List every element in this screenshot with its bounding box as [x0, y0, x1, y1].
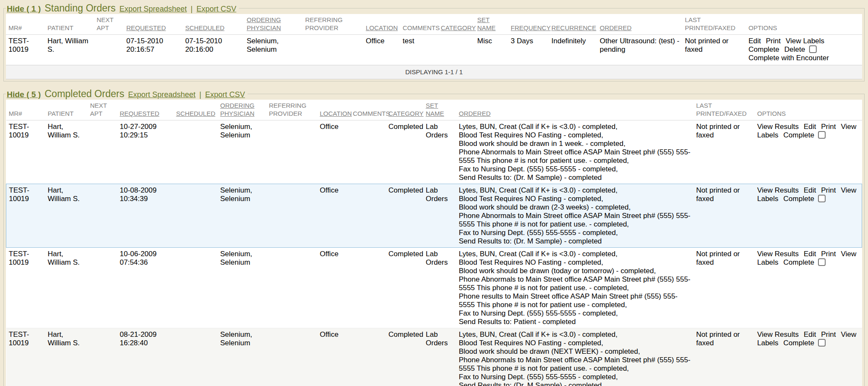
standing-section-title: Standing Orders	[45, 3, 115, 14]
cell-referring-provider	[304, 35, 365, 64]
completed-order-row-1: TEST-10019 Hart, William S. 10-27-2009 1…	[6, 120, 862, 184]
cell-scheduled	[175, 184, 220, 248]
cell-location: Office	[319, 328, 352, 386]
view-results-link[interactable]: View Results	[757, 250, 799, 258]
completed-orders-legend: Hide ( 5 ) Completed Orders Export Sprea…	[6, 88, 248, 100]
ordered-item: Phone Abnormals to Main Street office AS…	[459, 148, 692, 165]
cell-referring-provider	[268, 184, 319, 248]
edit-link[interactable]: Edit	[804, 123, 816, 131]
col-next-apt: NEXT APT	[96, 14, 125, 35]
cell-patient: Hart, William S.	[47, 184, 89, 248]
view-results-link[interactable]: View Results	[757, 123, 799, 131]
cell-referring-provider	[268, 120, 319, 184]
cell-patient: Hart, William S.	[47, 35, 96, 64]
cell-set-name: Misc	[476, 35, 510, 64]
col-scheduled-sort[interactable]: SCHEDULED	[184, 14, 246, 35]
cell-ordered: Lytes, BUN, Creat (Call if K+ is <3.0) -…	[458, 120, 696, 184]
cell-referring-provider	[268, 248, 319, 328]
col-last-printed-faxed: LAST PRINTED/FAXED	[696, 100, 757, 120]
col-set-name-sort[interactable]: SET NAME	[476, 14, 510, 35]
cell-category: Completed	[388, 184, 425, 248]
print-link[interactable]: Print	[821, 123, 836, 131]
cell-requested: 10-27-2009 10:29:15	[119, 120, 175, 184]
standing-export-spreadsheet-link[interactable]: Export Spreadsheet	[120, 5, 187, 14]
col-frequency-sort[interactable]: FREQUENCY	[510, 14, 551, 35]
cell-ordering-physician: Selenium, Selenium	[220, 248, 268, 328]
edit-link[interactable]: Edit	[804, 250, 816, 258]
cell-comments	[352, 248, 388, 328]
col-scheduled-sort[interactable]: SCHEDULED	[175, 100, 220, 120]
ordered-item: Send Results to: Patient - completed	[459, 318, 692, 326]
completed-order-checkbox[interactable]	[818, 195, 826, 202]
cell-last-printed-faxed: Not printed or faxed	[684, 35, 748, 64]
col-mr: MR#	[6, 100, 47, 120]
completed-order-checkbox[interactable]	[818, 131, 826, 139]
cell-next-apt	[89, 328, 119, 386]
cell-next-apt	[96, 35, 125, 64]
complete-link[interactable]: Complete	[783, 195, 814, 203]
edit-link[interactable]: Edit	[748, 37, 761, 45]
cell-next-apt	[89, 248, 119, 328]
cell-requested: 10-06-2009 07:54:36	[119, 248, 175, 328]
col-category-sort[interactable]: CATEGORY	[388, 100, 425, 120]
edit-link[interactable]: Edit	[804, 186, 816, 194]
col-requested-sort[interactable]: REQUESTED	[125, 14, 184, 35]
view-results-link[interactable]: View Results	[757, 330, 799, 338]
cell-location: Office	[319, 120, 352, 184]
complete-with-encounter-link[interactable]: Complete with Encounter	[748, 54, 856, 62]
view-labels-link[interactable]: View Labels	[786, 37, 824, 45]
print-link[interactable]: Print	[821, 186, 836, 194]
col-comments: COMMENTS	[352, 100, 388, 120]
cell-scheduled: 07-15-2010 20:16:00	[184, 35, 246, 64]
cell-scheduled	[175, 120, 220, 184]
complete-link[interactable]: Complete	[748, 45, 779, 53]
standing-order-checkbox[interactable]	[809, 45, 817, 53]
col-requested-sort[interactable]: REQUESTED	[119, 100, 175, 120]
ordered-item: Blood work should be drawn (today or tom…	[459, 267, 692, 275]
completed-order-row-4: TEST-10019 Hart, William S. 08-21-2009 1…	[6, 328, 862, 386]
view-results-link[interactable]: View Results	[757, 186, 799, 194]
ordered-item: Send Results to: (Dr. M Sample) - comple…	[459, 381, 692, 386]
ordered-item: Blood work should be drawn in 1 week. - …	[459, 140, 692, 148]
cell-set-name: Lab Orders	[425, 328, 458, 386]
cell-mr: TEST-10019	[6, 35, 47, 64]
standing-hide-toggle[interactable]: Hide ( 1 )	[7, 4, 41, 14]
col-ordering-physician-sort[interactable]: ORDERING PHYSICIAN	[246, 14, 304, 35]
completed-export-spreadsheet-link[interactable]: Export Spreadsheet	[128, 90, 195, 99]
cell-ordering-physician: Selenium, Selenium	[220, 184, 268, 248]
delete-link[interactable]: Delete	[785, 45, 805, 53]
standing-orders-section: Hide ( 1 ) Standing Orders Export Spread…	[3, 3, 865, 81]
col-ordering-physician-sort[interactable]: ORDERING PHYSICIAN	[220, 100, 268, 120]
print-link[interactable]: Print	[821, 250, 836, 258]
edit-link[interactable]: Edit	[804, 330, 816, 338]
standing-export-separator: |	[191, 5, 193, 14]
completed-order-checkbox[interactable]	[818, 339, 826, 347]
col-set-name-sort[interactable]: SET NAME	[425, 100, 458, 120]
complete-link[interactable]: Complete	[783, 258, 814, 266]
cell-last-printed-faxed: Not printed or faxed	[696, 120, 757, 184]
ordered-item: Send Results to: (Dr. M Sample) - comple…	[459, 173, 692, 182]
complete-link[interactable]: Complete	[783, 339, 814, 347]
cell-ordering-physician: Selenium, Selenium	[220, 120, 268, 184]
cell-comments	[352, 120, 388, 184]
standing-header-row: MR# PATIENT NEXT APT REQUESTED SCHEDULED…	[6, 14, 862, 35]
col-ordered-sort[interactable]: ORDERED	[458, 100, 696, 120]
completed-export-csv-link[interactable]: Export CSV	[205, 90, 245, 99]
standing-export-csv-link[interactable]: Export CSV	[197, 5, 236, 14]
completed-order-checkbox[interactable]	[818, 258, 826, 266]
col-location-sort[interactable]: LOCATION	[365, 14, 402, 35]
print-link[interactable]: Print	[766, 37, 781, 45]
col-recurrence-sort[interactable]: RECURRENCE	[551, 14, 599, 35]
completed-hide-toggle[interactable]: Hide ( 5 )	[7, 90, 41, 99]
completed-export-separator: |	[199, 90, 201, 99]
col-ordered-sort[interactable]: ORDERED	[599, 14, 684, 35]
col-location-sort[interactable]: LOCATION	[319, 100, 352, 120]
cell-patient: Hart, William S.	[47, 120, 89, 184]
col-options: OPTIONS	[748, 14, 862, 35]
ordered-item: Fax to Nursing Dept. (555) 555-5555 - co…	[459, 309, 692, 318]
ordered-item: Blood Test Requires NO Fasting - complet…	[459, 195, 692, 203]
complete-link[interactable]: Complete	[783, 131, 814, 139]
print-link[interactable]: Print	[821, 330, 836, 338]
col-category-sort[interactable]: CATEGORY	[440, 14, 476, 35]
col-comments: COMMENTS	[402, 14, 440, 35]
